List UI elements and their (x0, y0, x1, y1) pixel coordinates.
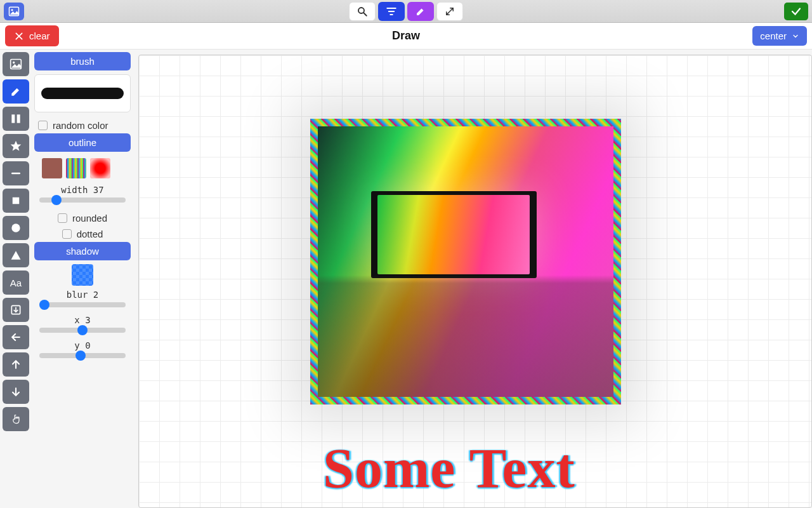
tv-graphic (371, 191, 537, 277)
align-dropdown-label: center (760, 30, 787, 41)
back-tool[interactable] (3, 325, 29, 349)
page-title: Draw (392, 29, 420, 43)
pointer-icon (10, 413, 22, 425)
slider-thumb[interactable] (39, 300, 49, 310)
svg-rect-7 (17, 114, 20, 123)
outline-swatch-row (34, 156, 131, 181)
columns-tool[interactable] (3, 107, 29, 131)
topbar-center-controls (349, 2, 463, 21)
rounded-checkbox[interactable]: rounded (34, 210, 131, 226)
line-tool[interactable] (3, 161, 29, 185)
clear-label: clear (29, 30, 50, 41)
outline-color-swatch[interactable] (42, 158, 62, 178)
down-tool[interactable] (3, 380, 29, 404)
svg-line-3 (363, 13, 367, 16)
up-tool[interactable] (3, 352, 29, 377)
blur-slider[interactable] (39, 302, 126, 307)
square-tool[interactable] (3, 189, 29, 213)
logo-button[interactable] (4, 3, 24, 20)
arrow-left-icon (10, 331, 22, 344)
check-icon (790, 6, 802, 17)
star-tool[interactable] (3, 134, 29, 158)
circle-icon (10, 222, 22, 234)
brush-header: brush (34, 52, 131, 70)
secondary-bar: clear Draw center (0, 23, 812, 50)
side-panel: brush random color outline width 37 roun… (32, 50, 133, 508)
svg-point-10 (11, 224, 20, 232)
width-slider[interactable] (39, 197, 126, 203)
canvas[interactable]: Some Text (138, 55, 812, 508)
outline-header: outline (34, 133, 131, 152)
main-area: Aa brush random color outline width 37 r… (0, 50, 812, 508)
dotted-label: dotted (77, 229, 103, 239)
columns-icon (10, 112, 22, 125)
tool-rail: Aa (0, 50, 32, 508)
dotted-checkbox[interactable]: dotted (34, 226, 131, 242)
brush-preview[interactable] (34, 74, 131, 112)
text-tool[interactable]: Aa (3, 271, 29, 295)
close-icon (14, 31, 24, 41)
draw-mode-button[interactable] (407, 2, 434, 21)
image-tool[interactable] (3, 52, 29, 76)
circle-tool[interactable] (3, 216, 29, 240)
confirm-button[interactable] (784, 3, 808, 20)
checkbox-icon (58, 213, 67, 223)
svg-point-1 (11, 9, 13, 11)
filter-button[interactable] (378, 2, 405, 21)
top-bar (0, 0, 812, 23)
align-dropdown[interactable]: center (752, 26, 807, 46)
outline-pattern-swatch[interactable] (66, 158, 86, 178)
arrow-up-icon (10, 358, 22, 371)
slider-thumb[interactable] (51, 195, 62, 205)
brush-icon (415, 6, 426, 17)
shadow-header: shadow (34, 242, 131, 260)
triangle-tool[interactable] (3, 243, 29, 267)
square-icon (10, 195, 22, 206)
svg-point-5 (13, 62, 15, 64)
y-slider[interactable] (39, 353, 126, 358)
pointer-tool[interactable] (3, 407, 29, 431)
shadow-color-swatch[interactable] (72, 264, 93, 286)
search-icon (357, 6, 368, 17)
search-button[interactable] (349, 2, 376, 21)
star-icon (10, 140, 22, 152)
arrow-down-icon (10, 385, 22, 398)
filter-icon (385, 5, 398, 18)
random-color-checkbox[interactable]: random color (34, 117, 131, 133)
chevron-down-icon (792, 32, 799, 40)
expand-button[interactable] (436, 2, 463, 21)
image-content (318, 126, 613, 397)
download-tool[interactable] (3, 298, 29, 322)
canvas-text[interactable]: Some Text (323, 436, 575, 500)
width-label: width 37 (34, 185, 131, 195)
text-icon: Aa (10, 277, 22, 288)
x-label: x 3 (34, 315, 131, 325)
y-label: y 0 (34, 340, 131, 351)
clear-button[interactable]: clear (5, 25, 59, 46)
canvas-image[interactable] (310, 119, 621, 404)
slider-thumb[interactable] (77, 325, 88, 335)
brush-stroke (41, 88, 124, 99)
random-color-label: random color (53, 120, 108, 131)
expand-icon (444, 6, 455, 17)
picture-icon (9, 58, 23, 70)
slider-thumb[interactable] (75, 351, 86, 361)
rounded-label: rounded (72, 213, 107, 224)
svg-rect-6 (11, 114, 15, 123)
brush-icon (10, 85, 22, 98)
download-icon (10, 304, 22, 316)
outline-gradient-swatch[interactable] (90, 158, 110, 178)
triangle-icon (10, 249, 22, 262)
checkbox-icon (38, 121, 48, 130)
blur-label: blur 2 (34, 290, 131, 300)
draw-tool[interactable] (3, 79, 29, 104)
checkbox-icon (62, 229, 72, 239)
x-slider[interactable] (39, 328, 126, 333)
picture-icon (8, 6, 20, 17)
svg-rect-9 (13, 197, 20, 204)
canvas-wrapper: Some Text (133, 50, 812, 508)
minus-icon (10, 167, 22, 180)
